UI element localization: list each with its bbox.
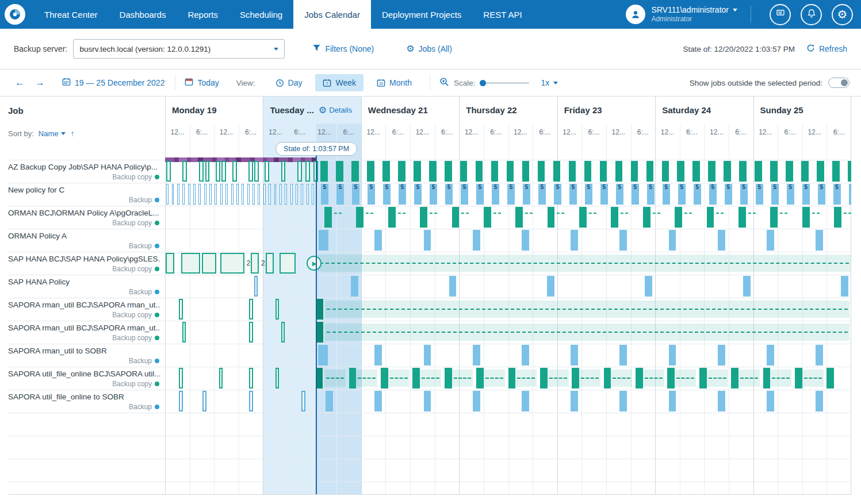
job-run-solid-blue[interactable]: 5: [756, 184, 763, 205]
job-run-outline-green[interactable]: [265, 161, 269, 182]
job-run-outline-blue[interactable]: [202, 391, 206, 411]
job-run-thin-blue[interactable]: [252, 184, 255, 205]
job-run-solid-blue[interactable]: [424, 230, 431, 251]
job-run-solid-blue[interactable]: 5: [771, 184, 779, 205]
job-run-solid-blue[interactable]: [619, 391, 627, 411]
outside-period-toggle[interactable]: [828, 78, 849, 88]
job-run-solid-blue[interactable]: [449, 276, 457, 297]
job-run-band-green[interactable]: [325, 301, 849, 318]
job-run-solid-green[interactable]: [675, 207, 682, 228]
job-run-solid-green[interactable]: [643, 207, 650, 228]
job-run-solid-blue[interactable]: 5: [368, 184, 375, 205]
job-run-solid-green[interactable]: [832, 161, 840, 182]
job-run-band-green[interactable]: [324, 370, 346, 387]
job-run-outline-green[interactable]: [254, 161, 259, 182]
job-run-band-green[interactable]: [770, 370, 791, 387]
job-run-solid-blue[interactable]: [816, 345, 823, 366]
job-run-thin-blue[interactable]: [231, 184, 234, 205]
job-run-band-green[interactable]: [515, 370, 537, 387]
job-run-solid-blue[interactable]: [473, 230, 480, 251]
job-run-solid-green[interactable]: [429, 161, 437, 182]
job-run-outline-blue[interactable]: [301, 391, 305, 411]
job-run-solid-green[interactable]: [367, 161, 374, 182]
job-run-thin-blue[interactable]: [307, 184, 309, 205]
app-logo[interactable]: [0, 0, 33, 29]
job-run-solid-blue[interactable]: [351, 276, 358, 297]
job-run-solid-blue[interactable]: [318, 345, 328, 366]
job-run-outline-green[interactable]: [199, 161, 204, 182]
sort-by-dropdown[interactable]: Name: [39, 129, 66, 138]
job-run-solid-blue[interactable]: 5: [787, 184, 794, 205]
job-run-band-green[interactable]: [643, 370, 664, 387]
job-run-solid-blue[interactable]: 5: [569, 184, 577, 205]
job-run-band-green[interactable]: [707, 370, 728, 387]
job-run-solid-blue[interactable]: 5: [585, 184, 592, 205]
job-run-solid-green[interactable]: [414, 161, 421, 182]
job-run-solid-green[interactable]: [515, 207, 523, 228]
scale-slider-knob[interactable]: [480, 80, 486, 86]
job-run-solid-green[interactable]: [708, 161, 715, 182]
view-day[interactable]: Day: [268, 74, 310, 91]
job-run-solid-green[interactable]: [553, 161, 561, 182]
job-run-solid-green[interactable]: [484, 207, 491, 228]
job-run-outline-green[interactable]: [179, 299, 182, 320]
job-run-solid-green[interactable]: [538, 161, 545, 182]
jobs-filter-button[interactable]: Jobs (All): [406, 44, 452, 53]
job-run-play[interactable]: [307, 256, 322, 271]
job-run-thin-blue[interactable]: [177, 184, 179, 205]
job-run-solid-green[interactable]: [834, 207, 841, 228]
job-name[interactable]: SAP HANA BCJ\SAP HANA Policy\pgSLES...: [8, 255, 160, 263]
job-run-solid-blue[interactable]: [718, 345, 725, 366]
job-run-outline-green[interactable]: [182, 161, 187, 182]
job-run-outline-green[interactable]: [249, 368, 252, 388]
job-run-solid-blue[interactable]: 5: [833, 184, 841, 205]
job-run-band-green[interactable]: [548, 370, 569, 387]
job-run-outline-green[interactable]: [205, 161, 210, 182]
support-console-button[interactable]: [770, 4, 791, 25]
job-run-solid-green[interactable]: [445, 368, 452, 388]
job-run-thin-blue[interactable]: [258, 184, 260, 205]
job-run-solid-blue[interactable]: [522, 391, 529, 411]
job-run-solid-green[interactable]: [667, 368, 675, 388]
job-run-solid-green[interactable]: [491, 161, 499, 182]
job-run-thin-blue[interactable]: [204, 184, 206, 205]
job-run-solid-blue[interactable]: 5: [538, 184, 546, 205]
job-run-solid-blue[interactable]: 5: [445, 184, 453, 205]
job-run-band-green[interactable]: [675, 370, 696, 387]
job-run-solid-blue[interactable]: 5: [725, 184, 732, 205]
job-run-solid-green[interactable]: [336, 161, 343, 182]
job-run-solid-green[interactable]: [349, 368, 357, 388]
job-run-solid-blue[interactable]: [424, 345, 431, 366]
job-run-solid-green[interactable]: [522, 161, 530, 182]
job-run-solid-blue[interactable]: 5: [709, 184, 717, 205]
job-run-solid-blue[interactable]: [619, 345, 627, 366]
job-run-solid-green[interactable]: [460, 161, 468, 182]
job-run-band-green[interactable]: [325, 324, 849, 341]
nav-item-dashboards[interactable]: Dashboards: [109, 0, 177, 29]
nav-item-deployment-projects[interactable]: Deployment Projects: [371, 0, 472, 29]
job-run-solid-blue[interactable]: [816, 391, 823, 411]
job-run-block-green[interactable]: [202, 253, 216, 274]
job-run-solid-green[interactable]: [572, 368, 579, 388]
job-run-solid-green[interactable]: [817, 161, 824, 182]
job-run-solid-blue[interactable]: [522, 230, 529, 251]
job-run-solid-blue[interactable]: [767, 230, 774, 251]
job-run-outline-green[interactable]: [219, 368, 223, 388]
job-run-solid-green[interactable]: [662, 161, 669, 182]
job-run-solid-blue[interactable]: [571, 391, 578, 411]
job-run-solid-green[interactable]: [802, 207, 810, 228]
job-run-block-green[interactable]: [166, 253, 174, 274]
job-run-solid-green[interactable]: [739, 161, 747, 182]
job-run-thin-blue[interactable]: [236, 184, 239, 205]
job-run-band-green[interactable]: [388, 370, 410, 387]
job-name[interactable]: ORMAN Policy A: [8, 232, 160, 240]
job-run-solid-blue[interactable]: 5: [321, 184, 328, 205]
job-name[interactable]: SAPORA rman_util to SOBR: [8, 347, 160, 355]
job-run-solid-green[interactable]: [646, 161, 654, 182]
job-run-outline-green[interactable]: [305, 161, 310, 182]
job-run-thin-blue[interactable]: [290, 184, 293, 205]
job-run-solid-blue[interactable]: [374, 391, 382, 411]
nav-item-reports[interactable]: Reports: [177, 0, 229, 29]
job-run-outline-green[interactable]: [297, 161, 302, 182]
job-run-thin-blue[interactable]: [242, 184, 244, 205]
